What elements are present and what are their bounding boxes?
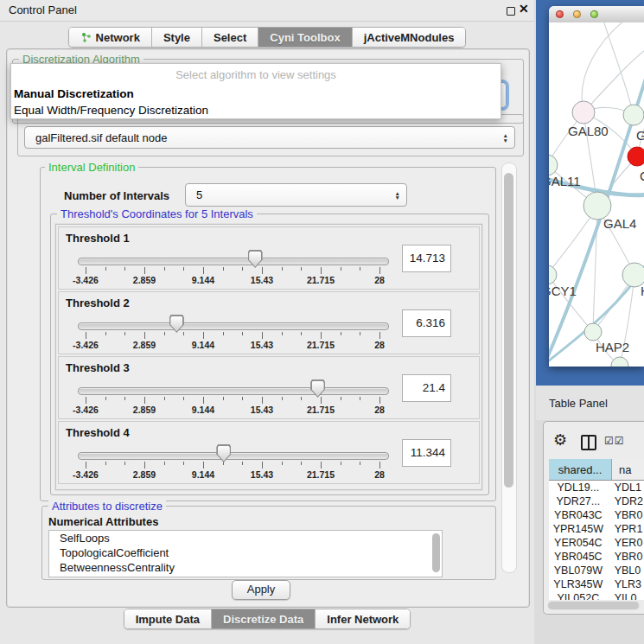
threshold-label: Threshold 1 [66,232,130,245]
node-table: shared... na YDL19... YDL1 YDR27... YDR2… [549,459,644,600]
threshold-label: Threshold 3 [66,361,130,374]
node-hap2[interactable] [584,323,602,341]
node-label-gal11: GAL11 [549,174,581,188]
combo-stepper-icon: ▲▼ [503,133,508,143]
slider-tick-labels: -3.426 2.859 9.144 15.43 21.715 28 [78,469,387,480]
table-row[interactable]: YLR345W YLR3 [549,578,644,592]
algorithm-dropdown-popup: Select algorithm to view settings Manual… [10,63,501,119]
popup-item-equal-width[interactable]: Equal Width/Frequency Discretization [11,102,501,118]
number-of-intervals-combobox[interactable]: 5 ▲▼ [185,183,407,207]
table-row[interactable]: YER054C YER0 [549,537,644,551]
close-traffic-light[interactable] [556,10,564,18]
table-data-value: galFiltered.sif default node [35,131,167,144]
control-panel-titlebar [0,0,534,22]
tab-jactivemnodules[interactable]: jActiveMNodules [353,28,466,47]
attribute-list-item[interactable]: BetweennessCentrality [49,560,442,575]
tab-style[interactable]: Style [152,28,202,47]
threshold-row: Threshold 2 -3.426 2.859 9.144 15.43 21.… [58,291,480,354]
attributes-list: SelfLoops TopologicalCoefficient Between… [48,530,443,577]
table-panel-title: Table Panel [549,397,608,410]
network-graph: GAL80 GA C GAL11 GAL4 GCY1 H HAP2 [549,22,644,367]
number-of-intervals-value: 5 [196,188,202,201]
thresholds-pane: Threshold 1 -3.426 2.859 9.144 15.43 21.… [55,224,482,490]
top-tab-bar: Network Style Select Cyni Toolbox jActiv… [0,27,534,48]
threshold-slider-handle[interactable] [310,379,325,398]
slider-tick-labels: -3.426 2.859 9.144 15.43 21.715 28 [78,340,387,350]
table-hscrollbar-track[interactable] [547,601,641,610]
threshold-value-field[interactable]: 14.713 [402,245,451,272]
column-header-shared[interactable]: shared... [549,459,612,481]
thresholds-group-title: Threshold's Coordinates for 5 Intervals [57,207,257,220]
tab-infer-network[interactable]: Infer Network [316,609,410,628]
columns-icon[interactable] [581,435,596,450]
attribute-list-item[interactable]: TopologicalCoefficient [49,545,442,560]
threshold-slider-track[interactable] [78,258,389,265]
tab-discretize-data[interactable]: Discretize Data [212,609,316,628]
slider-tick-labels: -3.426 2.859 9.144 15.43 21.715 28 [78,275,387,285]
node-label-gal4: GAL4 [603,216,636,231]
network-window-titlebar[interactable] [549,6,644,23]
tab-cyni-toolbox[interactable]: Cyni Toolbox [258,28,352,47]
table-row[interactable]: YBR045C YBR0 [549,551,644,564]
attribute-list-item[interactable]: SelfLoops [49,531,442,545]
threshold-slider-handle[interactable] [216,444,231,462]
network-icon [80,32,92,43]
table-data-combobox[interactable]: galFiltered.sif default node ▲▼ [24,126,515,149]
threshold-value-field[interactable]: 6.316 [402,309,451,337]
threshold-row: Threshold 3 -3.426 2.859 9.144 15.43 21.… [58,356,480,419]
tab-network-label: Network [96,31,140,44]
node-bottom-partial[interactable] [611,357,628,367]
threshold-slider-track[interactable] [78,322,389,330]
tab-impute-data[interactable]: Impute Data [124,609,212,628]
node-selected-red[interactable] [628,147,644,166]
numerical-attributes-label: Numerical Attributes [48,515,158,528]
node-gal80[interactable] [572,101,595,124]
popup-hint: Select algorithm to view settings [11,64,501,86]
attributes-list-scrollbar-thumb[interactable] [432,533,440,572]
popup-item-manual-discretization[interactable]: Manual Discretization [11,86,501,102]
threshold-row: Threshold 4 -3.426 2.859 9.144 15.43 21.… [58,421,480,484]
checkbox-icons[interactable]: ☑☑ [604,435,625,447]
threshold-slider-handle[interactable] [169,315,184,333]
column-header-name[interactable]: na [612,459,644,481]
close-icon[interactable]: ✕ [519,2,529,16]
threshold-label: Threshold 2 [66,296,130,309]
threshold-value-field[interactable]: 11.344 [402,439,451,467]
bottom-tab-bar: Impute Data Discretize Data Infer Networ… [0,609,534,629]
tab-network[interactable]: Network [69,28,152,47]
threshold-slider-track[interactable] [78,452,389,460]
threshold-slider-handle[interactable] [248,250,263,268]
screen: Control Panel ✕ Network Style Select Cyn… [0,0,644,644]
panel-title: Control Panel [9,3,77,16]
node-label-partial-c: C [640,169,644,183]
table-row[interactable]: YBR043C YBR0 [549,509,644,523]
float-window-icon[interactable] [507,7,515,16]
minimize-traffic-light[interactable] [573,10,581,18]
node-label-partial-ga: GA [636,128,644,143]
node-gcy1[interactable] [549,265,557,284]
interval-definition-title: Interval Definition [45,161,138,174]
attributes-group-title: Attributes to discretize [48,500,166,513]
combo-stepper-icon: ▲▼ [395,190,400,200]
apply-button[interactable]: Apply [232,580,290,600]
node-label-gcy1: GCY1 [549,284,577,298]
table-row[interactable]: YPR145W YPR1 [549,523,644,537]
table-row[interactable]: YBL079W YBL0 [549,564,644,578]
network-canvas[interactable]: GAL80 GA C GAL11 GAL4 GCY1 H HAP2 [549,22,644,367]
threshold-label: Threshold 4 [66,426,130,439]
node-label-gal80: GAL80 [568,124,609,138]
table-hscrollbar-thumb[interactable] [548,602,639,609]
threshold-row: Threshold 1 -3.426 2.859 9.144 15.43 21.… [58,226,480,290]
node-label-hap2: HAP2 [596,340,629,354]
threshold-value-field[interactable]: 21.4 [402,374,451,402]
table-row[interactable]: YDR27... YDR2 [549,495,644,509]
slider-tick-labels: -3.426 2.859 9.144 15.43 21.715 28 [78,405,387,415]
table-row[interactable]: YIL052C YIL0 [549,592,644,600]
table-row[interactable]: YDL19... YDL1 [549,481,644,495]
gear-icon[interactable]: ⚙ [553,430,567,450]
node-top-right[interactable] [623,105,644,125]
tab-select[interactable]: Select [202,28,258,47]
settings-scrollbar-thumb[interactable] [504,173,513,488]
threshold-slider-track[interactable] [78,387,389,395]
zoom-traffic-light[interactable] [590,10,598,18]
